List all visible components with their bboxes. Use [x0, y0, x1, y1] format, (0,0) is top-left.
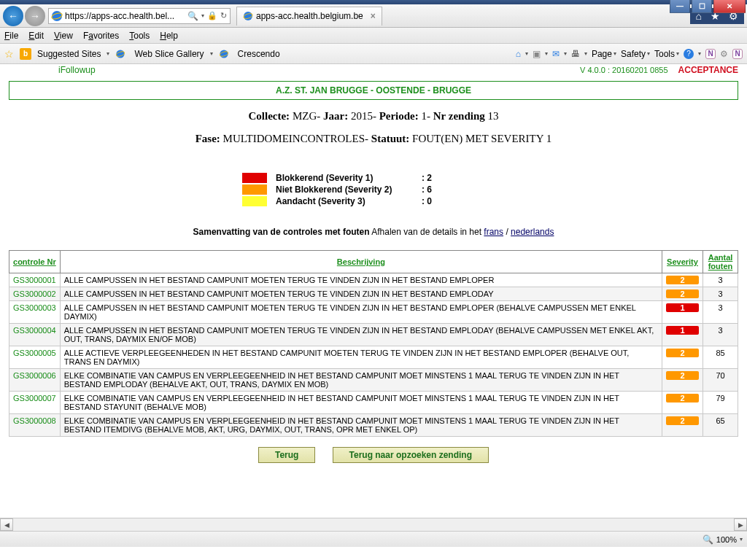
- lock-icon: 🔒: [207, 11, 217, 20]
- cell-controle-nr: GS3000001: [9, 273, 61, 287]
- terug-opzoeken-button[interactable]: Terug naar opzoeken zending: [333, 447, 489, 463]
- dropdown-caret-icon[interactable]: ▾: [210, 50, 213, 57]
- menu-favorites[interactable]: Favorites: [83, 31, 119, 41]
- col-severity[interactable]: Severity: [662, 251, 703, 273]
- menu-tools[interactable]: Tools: [129, 31, 150, 41]
- summary-download-line: Samenvatting van de controles met fouten…: [9, 227, 738, 237]
- tools-menu[interactable]: Tools ▾: [654, 49, 679, 59]
- search-icon[interactable]: 🔍: [187, 11, 198, 21]
- browser-tab[interactable]: apps-acc.health.belgium.be ×: [236, 7, 382, 26]
- severity2-swatch: [242, 184, 267, 195]
- environment-label: ACCEPTANCE: [678, 65, 738, 75]
- hospital-banner: A.Z. ST. JAN BRUGGE - OOSTENDE - BRUGGE: [9, 81, 738, 100]
- cell-severity: 2: [662, 369, 703, 392]
- table-row: GS3000003ALLE CAMPUSSEN IN HET BESTAND C…: [9, 301, 738, 324]
- cell-aantal-fouten: 79: [703, 392, 738, 414]
- crescendo-link[interactable]: Crescendo: [238, 49, 280, 59]
- home-icon[interactable]: ⌂: [516, 49, 521, 59]
- menu-edit[interactable]: Edit: [28, 31, 44, 41]
- cell-aantal-fouten: 65: [703, 414, 738, 437]
- cell-aantal-fouten: 3: [703, 287, 738, 301]
- meta-info: Collecte: MZG- Jaar: 2015- Periode: 1- N…: [9, 110, 738, 145]
- zoom-dropdown-icon[interactable]: ▾: [740, 536, 743, 542]
- onenote-icon[interactable]: N: [705, 49, 716, 59]
- cell-aantal-fouten: 3: [703, 273, 738, 287]
- browser-nav-bar: ← → https://apps-acc.health.bel... 🔍 ▾ 🔒…: [0, 4, 747, 28]
- suggested-sites-link[interactable]: Suggested Sites: [37, 49, 101, 59]
- zoom-icon[interactable]: 🔍: [703, 534, 713, 545]
- add-favorite-icon[interactable]: ☆: [4, 48, 14, 60]
- feed-icon[interactable]: ▣: [533, 49, 541, 59]
- table-row: GS3000001ALLE CAMPUSSEN IN HET BESTAND C…: [9, 273, 738, 287]
- cell-severity: 2: [662, 273, 703, 287]
- cell-severity: 2: [662, 287, 703, 301]
- table-row: GS3000007ELKE COMBINATIE VAN CAMPUS EN V…: [9, 392, 738, 414]
- page-content: iFollowup V 4.0.0 : 20160201 0855 ACCEPT…: [0, 64, 747, 479]
- menu-view[interactable]: View: [54, 31, 73, 41]
- cell-beschrijving: ELKE COMBINATIE VAN CAMPUS EN VERPLEEGEE…: [60, 414, 662, 437]
- address-bar[interactable]: https://apps-acc.health.bel... 🔍 ▾ 🔒 ↻: [48, 8, 231, 24]
- cell-severity: 2: [662, 414, 703, 437]
- tab-title: apps-acc.health.belgium.be: [256, 11, 363, 21]
- cell-aantal-fouten: 3: [703, 301, 738, 324]
- cell-aantal-fouten: 3: [703, 324, 738, 346]
- window-titlebar: — ☐ ✕: [0, 0, 747, 4]
- cell-beschrijving: ELKE COMBINATIE VAN CAMPUS EN VERPLEEGEE…: [60, 392, 662, 414]
- version-label: V 4.0.0 : 20160201 0855: [580, 66, 668, 74]
- col-aantal-fouten[interactable]: Aantal fouten: [703, 251, 738, 273]
- refresh-icon[interactable]: ↻: [220, 11, 227, 20]
- cell-controle-nr: GS3000008: [9, 414, 61, 437]
- bing-icon[interactable]: b: [20, 48, 31, 60]
- table-row: GS3000006ELKE COMBINATIE VAN CAMPUS EN V…: [9, 369, 738, 392]
- menu-help[interactable]: Help: [160, 31, 178, 41]
- menu-file[interactable]: File: [4, 31, 18, 41]
- scroll-left-icon[interactable]: ◀: [0, 518, 13, 531]
- cell-severity: 1: [662, 301, 703, 324]
- download-french-link[interactable]: frans: [484, 227, 503, 237]
- app-name: iFollowup: [58, 65, 96, 75]
- gear-icon[interactable]: ⚙: [720, 49, 728, 59]
- help-icon[interactable]: ?: [684, 49, 694, 59]
- table-row: GS3000004ALLE CAMPUSSEN IN HET BESTAND C…: [9, 324, 738, 346]
- ie-icon: [52, 11, 62, 21]
- download-dutch-link[interactable]: nederlands: [511, 227, 554, 237]
- cell-controle-nr: GS3000002: [9, 287, 61, 301]
- status-bar: 🔍 100% ▾: [0, 531, 747, 547]
- cell-beschrijving: ELKE COMBINATIE VAN CAMPUS EN VERPLEEGEE…: [60, 369, 662, 392]
- cell-aantal-fouten: 85: [703, 346, 738, 369]
- window-close-button[interactable]: ✕: [713, 0, 746, 13]
- dropdown-caret-icon[interactable]: ▾: [201, 12, 204, 19]
- print-icon[interactable]: 🖶: [571, 49, 580, 59]
- cell-controle-nr: GS3000006: [9, 369, 61, 392]
- web-slice-link[interactable]: Web Slice Gallery: [134, 49, 204, 59]
- terug-button[interactable]: Terug: [258, 447, 315, 463]
- window-maximize-button[interactable]: ☐: [692, 0, 712, 13]
- severity1-swatch: [242, 173, 267, 183]
- scroll-right-icon[interactable]: ▶: [734, 518, 747, 531]
- cell-beschrijving: ALLE ACTIEVE VERPLEEGEENHEDEN IN HET BES…: [60, 346, 662, 369]
- page-menu[interactable]: Page ▾: [592, 49, 616, 59]
- horizontal-scrollbar[interactable]: ◀ ▶: [0, 518, 747, 531]
- table-row: GS3000002ALLE CAMPUSSEN IN HET BESTAND C…: [9, 287, 738, 301]
- dropdown-caret-icon[interactable]: ▾: [107, 50, 109, 57]
- severity-legend: Blokkerend (Severity 1): 2 Niet Blokkere…: [242, 173, 505, 206]
- safety-menu[interactable]: Safety ▾: [621, 49, 650, 59]
- cell-controle-nr: GS3000003: [9, 301, 61, 324]
- ie-icon: [220, 50, 228, 58]
- table-row: GS3000008ELKE COMBINATIE VAN CAMPUS EN V…: [9, 414, 738, 437]
- mail-icon[interactable]: ✉: [552, 49, 560, 59]
- cell-controle-nr: GS3000004: [9, 324, 61, 346]
- col-controle-nr[interactable]: controle Nr: [9, 251, 61, 273]
- back-button[interactable]: ←: [3, 6, 23, 26]
- col-beschrijving[interactable]: Beschrijving: [60, 251, 662, 273]
- errors-table: controle Nr Beschrijving Severity Aantal…: [9, 250, 738, 437]
- cell-beschrijving: ALLE CAMPUSSEN IN HET BESTAND CAMPUNIT M…: [60, 287, 662, 301]
- favorites-bar: ☆ b Suggested Sites ▾ Web Slice Gallery …: [0, 44, 747, 64]
- cell-severity: 2: [662, 346, 703, 369]
- forward-button[interactable]: →: [25, 6, 45, 26]
- window-minimize-button[interactable]: —: [670, 0, 690, 13]
- tab-close-icon[interactable]: ×: [371, 11, 376, 21]
- onenote-linked-icon[interactable]: N: [732, 49, 743, 59]
- cell-beschrijving: ALLE CAMPUSSEN IN HET BESTAND CAMPUNIT M…: [60, 273, 662, 287]
- cell-severity: 1: [662, 324, 703, 346]
